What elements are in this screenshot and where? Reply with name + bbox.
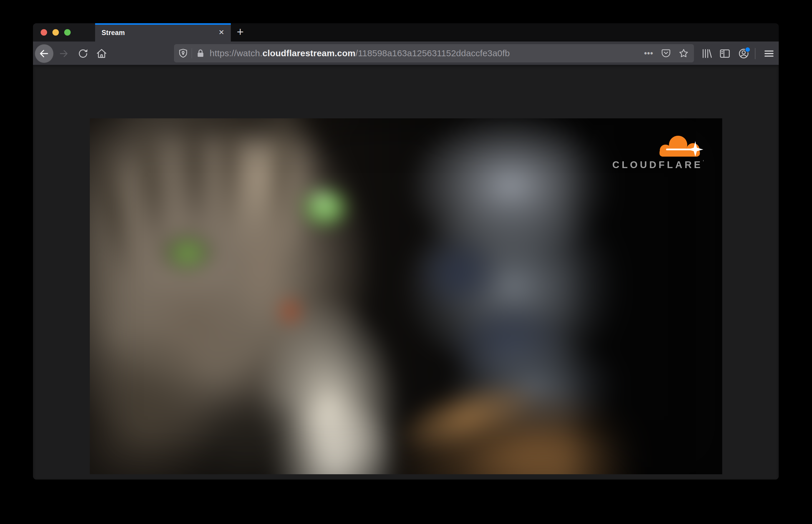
- cloudflare-watermark: CLOUDFLARE’: [612, 135, 706, 170]
- back-button[interactable]: [35, 44, 53, 63]
- home-icon: [96, 48, 107, 59]
- window-controls: [33, 23, 95, 42]
- url-domain: cloudflarestream.com: [263, 48, 356, 58]
- forward-arrow-icon: [58, 48, 69, 59]
- video-vignette: [90, 118, 722, 474]
- page-content: CLOUDFLARE’: [33, 65, 779, 479]
- account-button[interactable]: [738, 48, 749, 59]
- reload-button[interactable]: [78, 48, 88, 59]
- tab-stream[interactable]: Stream ✕: [95, 23, 231, 42]
- navigation-toolbar: https://watch.cloudflarestream.com/11859…: [33, 42, 779, 65]
- page-actions-icon[interactable]: •••: [644, 48, 653, 58]
- new-tab-button[interactable]: +: [232, 23, 248, 42]
- account-notification-dot: [745, 47, 750, 52]
- back-arrow-icon: [38, 48, 50, 60]
- menu-button[interactable]: [763, 48, 775, 59]
- library-button[interactable]: [701, 48, 712, 59]
- video-player[interactable]: CLOUDFLARE’: [90, 118, 722, 474]
- close-window-button[interactable]: [40, 29, 47, 36]
- tab-close-icon[interactable]: ✕: [218, 23, 224, 42]
- cloudflare-wordmark: CLOUDFLARE’: [612, 159, 706, 170]
- bookmark-star-icon[interactable]: [679, 48, 689, 58]
- tracking-protection-shield-icon[interactable]: [178, 48, 188, 58]
- minimize-window-button[interactable]: [52, 29, 59, 36]
- browser-window: Stream ✕ +: [33, 23, 779, 479]
- url-path: /118598a163a125631152ddaccfe3a0fb: [355, 48, 510, 58]
- url-bar[interactable]: https://watch.cloudflarestream.com/11859…: [174, 44, 694, 62]
- desktop-background: Stream ✕ +: [0, 0, 812, 524]
- pocket-icon[interactable]: [661, 48, 671, 58]
- reload-icon: [78, 48, 88, 59]
- library-icon: [701, 48, 712, 59]
- sidebar-button[interactable]: [719, 48, 730, 59]
- lock-icon[interactable]: [195, 48, 206, 58]
- urlbar-separator: [192, 48, 192, 58]
- forward-button[interactable]: [58, 48, 69, 59]
- fullscreen-window-button[interactable]: [64, 29, 71, 36]
- titlebar: Stream ✕ +: [33, 23, 779, 42]
- url-text[interactable]: https://watch.cloudflarestream.com/11859…: [210, 48, 510, 58]
- url-prefix: https://watch.: [210, 48, 263, 58]
- trademark-mark: ’: [703, 159, 706, 164]
- urlbar-actions: •••: [644, 48, 690, 58]
- home-button[interactable]: [96, 48, 107, 59]
- tab-title: Stream: [101, 23, 125, 42]
- toolbar-separator: [755, 48, 756, 59]
- hamburger-menu-icon: [763, 48, 775, 59]
- sidebar-icon: [719, 48, 730, 59]
- cloudflare-logo-icon: [654, 135, 706, 157]
